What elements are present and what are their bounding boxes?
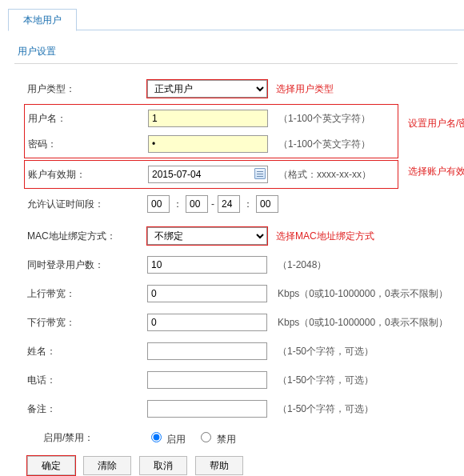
tab-local-users[interactable]: 本地用户 <box>8 9 77 31</box>
sep-colon-1: ： <box>173 198 182 211</box>
clear-button[interactable]: 清除 <box>83 456 131 475</box>
sep-colon-2: ： <box>243 198 253 211</box>
user-type-select[interactable]: 正式用户 <box>147 80 267 98</box>
label-up-bw: 上行带宽： <box>27 287 147 301</box>
hint-concurrent: （1-2048） <box>278 258 326 272</box>
cancel-button[interactable]: 取消 <box>139 456 187 475</box>
radio-enable-label: 启用 <box>166 434 186 445</box>
time-end-hour[interactable] <box>218 195 240 213</box>
label-username: 用户名： <box>28 112 148 126</box>
remark-input[interactable] <box>147 400 267 418</box>
label-auth-period: 允许认证时间段： <box>27 198 147 211</box>
label-user-type: 用户类型： <box>27 82 147 96</box>
mac-bind-select[interactable]: 不绑定 <box>147 227 267 245</box>
callout-user-type: 选择用户类型 <box>276 82 334 96</box>
calendar-icon[interactable] <box>254 168 266 179</box>
label-phone: 电话： <box>27 374 147 387</box>
down-bw-input[interactable] <box>147 314 267 331</box>
hint-username: （1-100个英文字符） <box>278 112 370 126</box>
concurrent-input[interactable] <box>147 256 267 274</box>
label-password: 密码： <box>28 138 148 151</box>
hint-password: （1-100个英文字符） <box>278 138 370 151</box>
user-settings-form: 用户类型： 正式用户 选择用户类型 用户名： （1-100个英文字符） 密码： <box>8 78 464 448</box>
section-title: 用户设置 <box>14 42 458 64</box>
time-start-min[interactable] <box>186 195 208 213</box>
ok-button[interactable]: 确定 <box>27 456 75 475</box>
label-concurrent: 同时登录用户数： <box>27 258 147 272</box>
name-input[interactable] <box>147 342 267 360</box>
tab-bar: 本地用户 <box>8 8 464 30</box>
label-down-bw: 下行带宽： <box>27 316 147 330</box>
hint-phone: （1-50个字符，可选） <box>278 374 374 387</box>
hint-expiry: （格式：xxxx-xx-xx） <box>278 168 371 182</box>
hint-name: （1-50个字符，可选） <box>278 345 374 358</box>
up-bw-input[interactable] <box>147 285 267 302</box>
hint-up-bw: Kbps（0或10-1000000，0表示不限制） <box>278 287 448 301</box>
sep-dash: - <box>211 198 214 210</box>
radio-enable-wrap[interactable]: 启用 <box>147 430 186 446</box>
time-start-hour[interactable] <box>147 195 170 213</box>
help-button[interactable]: 帮助 <box>195 456 243 475</box>
label-name: 姓名： <box>27 345 147 358</box>
time-end-min[interactable] <box>256 195 278 213</box>
label-mac-bind: MAC地址绑定方式： <box>27 230 147 243</box>
hint-remark: （1-50个字符，可选） <box>278 402 374 416</box>
phone-input[interactable] <box>147 371 267 389</box>
callout-expiry: 选择账户有效期 <box>408 165 464 178</box>
callout-mac: 选择MAC地址绑定方式 <box>276 230 374 243</box>
username-input[interactable] <box>148 110 268 127</box>
label-remark: 备注： <box>27 402 147 416</box>
callout-credentials: 设置用户名/密码 <box>408 117 464 130</box>
label-enable: 启用/禁用： <box>43 431 147 445</box>
radio-enable[interactable] <box>151 432 162 442</box>
label-expiry: 账户有效期： <box>28 168 148 182</box>
hint-down-bw: Kbps（0或10-1000000，0表示不限制） <box>278 316 448 330</box>
radio-disable-label: 禁用 <box>217 434 236 445</box>
radio-disable-wrap[interactable]: 禁用 <box>197 430 235 446</box>
password-input[interactable] <box>148 135 268 153</box>
radio-disable[interactable] <box>201 432 211 442</box>
expiry-input[interactable] <box>148 166 268 183</box>
